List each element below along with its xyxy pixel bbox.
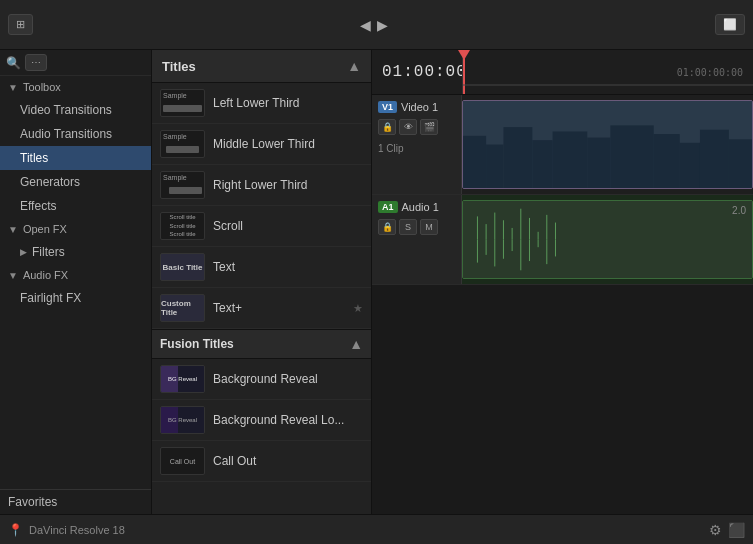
title-item-background-reveal-lo[interactable]: BG Reveal Background Reveal Lo... xyxy=(152,400,371,441)
svg-rect-3 xyxy=(486,145,503,189)
title-thumb-background-reveal: BG Reveal xyxy=(160,365,205,393)
filters-label: Filters xyxy=(32,245,65,259)
title-thumb-scroll: Scroll titleScroll titleScroll title xyxy=(160,212,205,240)
track-film-v1[interactable]: 🎬 xyxy=(420,119,438,135)
title-thumb-left-lower-third: Sample xyxy=(160,89,205,117)
bottom-dot-icon: 📍 xyxy=(8,523,23,537)
svg-rect-10 xyxy=(680,143,700,188)
audio-track-content-a1[interactable]: 2.0 xyxy=(462,195,753,284)
title-item-left-lower-third[interactable]: Sample Left Lower Third xyxy=(152,83,371,124)
svg-rect-13 xyxy=(463,201,752,278)
clip-preview-svg xyxy=(463,101,752,188)
clip-placeholder-v1: pexels_videos_228820... xyxy=(463,101,752,188)
preview-controls: ◀ ▶ xyxy=(360,17,388,33)
title-item-right-lower-third[interactable]: Sample Right Lower Third xyxy=(152,165,371,206)
effects-label: Effects xyxy=(20,199,56,213)
title-name-background-reveal: Background Reveal xyxy=(213,372,363,386)
sidebar-item-effects[interactable]: Effects xyxy=(0,194,151,218)
monitor-button[interactable]: ⬜ xyxy=(715,14,745,35)
track-controls-v1: 🔒 👁 🎬 xyxy=(378,119,455,135)
audio-clip-block-a1[interactable]: 2.0 xyxy=(462,200,753,279)
fusion-titles-section-header: Fusion Titles ▲ xyxy=(152,329,371,359)
open-fx-chevron: ▼ xyxy=(8,224,18,235)
audio-fx-label: Audio FX xyxy=(23,269,68,281)
track-header-v1: V1 Video 1 🔒 👁 🎬 1 Clip xyxy=(372,95,462,194)
timecode-left: 01:00:00:00 xyxy=(372,63,462,81)
track-mute-a1[interactable]: M xyxy=(420,219,438,235)
main-area: 🔍 ⋯ ▼ Toolbox Video Transitions Audio Tr… xyxy=(0,50,753,514)
sidebar-item-generators[interactable]: Generators xyxy=(0,170,151,194)
next-frame-button[interactable]: ▶ xyxy=(377,17,388,33)
audio-fx-chevron: ▼ xyxy=(8,270,18,281)
fusion-titles-label: Fusion Titles xyxy=(160,337,234,351)
toolbox-chevron: ▼ xyxy=(8,82,18,93)
svg-rect-8 xyxy=(610,125,653,188)
right-area: 01:00:00:00 01:00:00:00 V1 Vi xyxy=(372,50,753,514)
svg-rect-12 xyxy=(729,139,752,188)
svg-rect-11 xyxy=(700,130,729,188)
track-solo-a1[interactable]: S xyxy=(399,219,417,235)
track-lock-v1[interactable]: 🔒 xyxy=(378,119,396,135)
open-fx-header[interactable]: ▼ Open FX xyxy=(0,218,151,240)
titles-panel-title: Titles xyxy=(162,59,196,74)
title-thumb-call-out: Call Out xyxy=(160,447,205,475)
track-row-v1: V1 Video 1 🔒 👁 🎬 1 Clip xyxy=(372,95,753,195)
audio-transitions-label: Audio Transitions xyxy=(20,127,112,141)
sidebar-menu-button[interactable]: ⋯ xyxy=(25,54,47,71)
title-item-call-out[interactable]: Call Out Call Out xyxy=(152,441,371,482)
video-transitions-label: Video Transitions xyxy=(20,103,112,117)
audio-fx-header[interactable]: ▼ Audio FX xyxy=(0,264,151,286)
sidebar-item-video-transitions[interactable]: Video Transitions xyxy=(0,98,151,122)
track-label-row-v1: V1 Video 1 xyxy=(378,101,455,113)
title-thumb-background-reveal-lo: BG Reveal xyxy=(160,406,205,434)
title-name-right-lower-third: Right Lower Third xyxy=(213,178,363,192)
timecode-display: 01:00:00:00 xyxy=(382,63,452,81)
track-controls-a1: 🔒 S M xyxy=(378,219,455,235)
clip-block-v1[interactable]: pexels_videos_228820... xyxy=(462,100,753,189)
track-row-a1: A1 Audio 1 🔒 S M xyxy=(372,195,753,285)
titles-panel-header: Titles ▲ xyxy=(152,50,371,83)
track-visibility-v1[interactable]: 👁 xyxy=(399,119,417,135)
timecode-bar: 01:00:00:00 01:00:00:00 xyxy=(372,50,753,95)
toolbox-header[interactable]: ▼ Toolbox xyxy=(0,76,151,98)
title-item-middle-lower-third[interactable]: Sample Middle Lower Third xyxy=(152,124,371,165)
timeline-settings-button[interactable]: ⚙ xyxy=(709,522,722,538)
timecode-ruler[interactable]: 01:00:00:00 xyxy=(462,50,753,94)
prev-frame-button[interactable]: ◀ xyxy=(360,17,371,33)
svg-rect-5 xyxy=(532,140,552,188)
title-name-background-reveal-lo: Background Reveal Lo... xyxy=(213,413,363,427)
track-badge-v1: V1 xyxy=(378,101,397,113)
svg-rect-9 xyxy=(654,134,680,188)
audio-level: 2.0 xyxy=(732,205,746,216)
track-name-a1: Audio 1 xyxy=(402,201,439,213)
title-name-text-plus: Text+ xyxy=(213,301,345,315)
title-thumb-right-lower-third: Sample xyxy=(160,171,205,199)
sidebar-item-filters[interactable]: ▶ Filters xyxy=(0,240,151,264)
track-lock-a1[interactable]: 🔒 xyxy=(378,219,396,235)
sidebar-item-titles[interactable]: Titles xyxy=(0,146,151,170)
timeline-layout-button[interactable]: ⬛ xyxy=(728,522,745,538)
favorites-section[interactable]: Favorites xyxy=(0,489,151,514)
layout-button[interactable]: ⊞ xyxy=(8,14,33,35)
fusion-titles-collapse[interactable]: ▲ xyxy=(349,336,363,352)
filters-chevron: ▶ xyxy=(20,247,27,257)
title-item-scroll[interactable]: Scroll titleScroll titleScroll title Scr… xyxy=(152,206,371,247)
track-label-row-a1: A1 Audio 1 xyxy=(378,201,455,213)
title-item-text-plus[interactable]: Custom Title Text+ ★ xyxy=(152,288,371,329)
titles-panel-collapse[interactable]: ▲ xyxy=(347,58,361,74)
generators-label: Generators xyxy=(20,175,80,189)
top-toolbar: ⊞ ◀ ▶ ⬜ xyxy=(0,0,753,50)
sidebar-item-audio-transitions[interactable]: Audio Transitions xyxy=(0,122,151,146)
favorites-label: Favorites xyxy=(8,495,57,509)
title-item-background-reveal[interactable]: BG Reveal Background Reveal xyxy=(152,359,371,400)
title-star-text-plus: ★ xyxy=(353,302,363,315)
track-clip-count-v1: 1 Clip xyxy=(378,143,455,154)
titles-panel: Titles ▲ Sample Left Lower Third xyxy=(152,50,372,514)
track-content-v1[interactable]: pexels_videos_228820... xyxy=(462,95,753,194)
sidebar-item-fairlight-fx[interactable]: Fairlight FX xyxy=(0,286,151,310)
svg-rect-6 xyxy=(553,131,588,188)
search-icon: 🔍 xyxy=(6,56,21,70)
title-item-text[interactable]: Basic Title Text xyxy=(152,247,371,288)
title-name-call-out: Call Out xyxy=(213,454,363,468)
fairlight-fx-label: Fairlight FX xyxy=(20,291,81,305)
